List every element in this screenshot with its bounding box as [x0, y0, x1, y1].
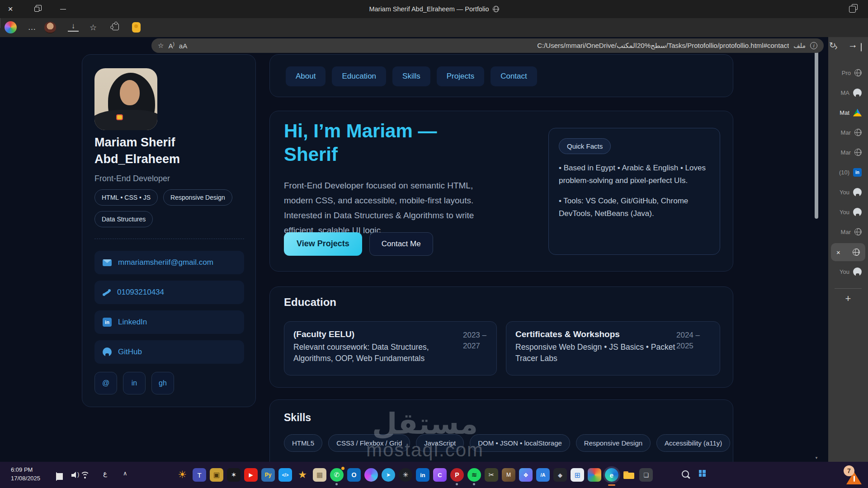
- tab-stack-icon: [849, 6, 856, 13]
- browser-tab[interactable]: Mar: [831, 223, 865, 240]
- outlook-icon[interactable]: O: [347, 468, 361, 482]
- linkedin-app-icon[interactable]: in: [416, 468, 429, 482]
- m365-icon[interactable]: [588, 468, 601, 482]
- refresh-button[interactable]: ↻: [829, 40, 836, 50]
- nav-link-projects[interactable]: Projects: [437, 66, 484, 86]
- social-github-button[interactable]: gh: [151, 372, 174, 394]
- hero-buttons: View Projects Contact Me: [284, 232, 433, 256]
- start-button[interactable]: [699, 470, 706, 477]
- tab-actions-button[interactable]: [861, 43, 862, 52]
- browser-tab[interactable]: You: [831, 203, 865, 221]
- social-linkedin-button[interactable]: in: [123, 372, 146, 394]
- favorites-button[interactable]: ☆: [88, 22, 99, 33]
- whatsapp-icon[interactable]: ✆: [330, 468, 344, 482]
- vscode-icon[interactable]: </>: [278, 468, 292, 482]
- globe-favicon: [854, 149, 862, 156]
- browser-tab[interactable]: You: [831, 183, 865, 201]
- copilot-icon[interactable]: [364, 468, 378, 482]
- weather-alert-widget[interactable]: 7: [844, 467, 862, 485]
- file-explorer-icon[interactable]: [622, 468, 636, 482]
- pinterest-icon[interactable]: P: [450, 468, 464, 482]
- browser-tab[interactable]: Mar: [831, 124, 865, 141]
- active-browser-tab[interactable]: ×: [831, 243, 865, 261]
- teams-icon[interactable]: T: [193, 468, 206, 482]
- clock[interactable]: 6:09 PM 17/08/2025: [11, 465, 40, 483]
- vertical-tab-bar: › Pro MA Mat Mar Mar (10) in You You Mar…: [828, 37, 868, 462]
- url-text[interactable]: C:/Users/mmari/OneDrive/سطح%20المكتب/Tas…: [192, 42, 789, 50]
- app-icon[interactable]: M: [502, 468, 515, 482]
- page-scrollbar[interactable]: ▲ ▼: [814, 37, 819, 462]
- browser-tab[interactable]: MA: [831, 84, 865, 101]
- nav-link-about[interactable]: About: [286, 66, 326, 86]
- layers-app-icon[interactable]: ❏: [639, 468, 653, 482]
- nav-link-contact[interactable]: Contact: [491, 66, 537, 86]
- browser-tab[interactable]: (10) in: [831, 164, 865, 181]
- tab-preview-button[interactable]: [842, 0, 863, 18]
- social-at-button[interactable]: @: [94, 372, 117, 394]
- contact-github-link[interactable]: GitHub: [94, 340, 244, 364]
- browser-tab[interactable]: Pro: [831, 64, 865, 81]
- debug-tool-icon[interactable]: ✶: [227, 468, 241, 482]
- photos-icon[interactable]: ▦: [313, 468, 326, 482]
- skills-chips: HTML5 CSS3 / Flexbox / Grid JavaScript D…: [284, 434, 730, 452]
- contact-linkedin-link[interactable]: in LinkedIn: [94, 310, 244, 334]
- tray-expand-chevron[interactable]: ∧: [123, 470, 127, 477]
- microsoft-store-icon[interactable]: ⊞: [571, 468, 584, 482]
- github-favicon: [853, 267, 862, 276]
- clipchamp-icon[interactable]: C: [433, 468, 447, 482]
- snipping-tool-icon[interactable]: ✂: [485, 468, 498, 482]
- obsidian-icon[interactable]: ◆: [553, 468, 567, 482]
- slash-a-app-icon[interactable]: /A: [536, 468, 550, 482]
- contact-phone-link[interactable]: 01093210434: [94, 281, 244, 304]
- chatgpt-icon[interactable]: ✳: [399, 468, 412, 482]
- downloads-button[interactable]: ↓: [68, 22, 79, 32]
- browser-logo-icon[interactable]: [5, 21, 17, 33]
- quick-facts-badge: Quick Facts: [559, 138, 611, 154]
- skill-chip: HTML5: [284, 434, 322, 452]
- back-button[interactable]: →: [848, 39, 858, 50]
- add-favorite-icon[interactable]: ☆: [158, 42, 164, 50]
- title-bar: × Mariam Sherif Abd_Elraheem — Portfolio: [0, 0, 868, 18]
- youtube-icon[interactable]: ▶: [244, 468, 258, 482]
- more-menu-button[interactable]: …: [26, 21, 38, 33]
- office-icon[interactable]: ❖: [519, 468, 533, 482]
- python-icon[interactable]: Py: [261, 468, 275, 482]
- nav-link-education[interactable]: Education: [332, 66, 386, 86]
- browser-tab[interactable]: Mar: [831, 144, 865, 161]
- battery-shape: [56, 472, 57, 481]
- address-bar[interactable]: ☆ A aA C:/Users/mmari/OneDrive/سطح%20الم…: [151, 38, 824, 53]
- spotify-icon[interactable]: ≋: [467, 468, 481, 482]
- browser-tab[interactable]: Mat: [831, 104, 865, 121]
- github-favicon: [853, 208, 862, 216]
- translate-icon[interactable]: aA: [179, 42, 187, 50]
- scrollbar-thumb[interactable]: [815, 48, 818, 219]
- profile-chip: HTML • CSS • JS: [94, 189, 158, 206]
- skills-heading: Skills: [284, 412, 311, 424]
- browser-tab[interactable]: You: [831, 263, 865, 280]
- contact-me-button[interactable]: Contact Me: [369, 232, 433, 256]
- files-icon[interactable]: ▣: [210, 468, 223, 482]
- nav-link-skills[interactable]: Skills: [392, 66, 430, 86]
- quick-fact-1: • Based in Egypt • Arabic & English • Lo…: [559, 162, 710, 187]
- contact-linkedin-text: LinkedIn: [118, 318, 147, 327]
- edge-browser-icon[interactable]: e: [605, 468, 618, 482]
- window-minimize-button[interactable]: [52, 0, 73, 18]
- language-indicator[interactable]: ع: [103, 469, 107, 478]
- profile-avatar[interactable]: [44, 22, 56, 33]
- view-projects-button[interactable]: View Projects: [284, 232, 362, 256]
- contact-email-link[interactable]: mmariamsheriif@gmail.com: [94, 251, 244, 274]
- telegram-icon[interactable]: ➤: [382, 468, 395, 482]
- new-tab-button[interactable]: +: [828, 293, 868, 305]
- battery-icon[interactable]: [56, 473, 57, 481]
- wallet-button[interactable]: [132, 22, 141, 33]
- profile-chips: HTML • CSS • JS Responsive Design Data S…: [94, 189, 244, 227]
- weather-icon[interactable]: ☀: [175, 468, 189, 482]
- page-info-icon[interactable]: i: [810, 42, 817, 49]
- window-close-button[interactable]: ×: [0, 0, 21, 18]
- scroll-down-arrow[interactable]: ▼: [814, 456, 819, 460]
- bookmark-star-icon[interactable]: ★: [296, 468, 309, 482]
- read-aloud-icon[interactable]: A: [168, 42, 174, 50]
- close-tab-icon[interactable]: ×: [836, 249, 840, 256]
- window-restore-button[interactable]: [26, 0, 47, 18]
- extensions-button[interactable]: [112, 23, 119, 30]
